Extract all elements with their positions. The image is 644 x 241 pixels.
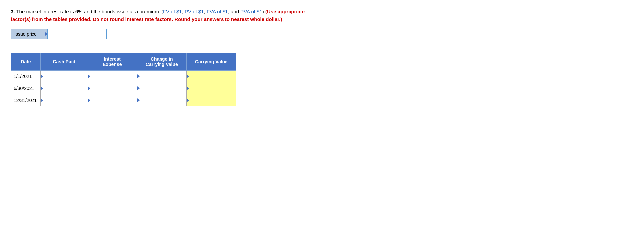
change-carrying-input-3[interactable] [137,94,186,106]
carrying-value-cell-1 [186,71,236,82]
change-carrying-input-2[interactable] [137,82,186,94]
col-change-carrying-value: Change inCarrying Value [137,53,186,71]
carrying-value-input-3[interactable] [187,94,236,106]
interest-expense-cell-2 [88,82,137,94]
col-date: Date [11,53,41,71]
table-row: 1/1/2021 [11,71,236,82]
question-number: 3. [11,9,15,14]
issue-price-label: Issue price [11,29,47,39]
amortization-table: Date Cash Paid InterestExpense Change in… [11,53,236,106]
pv-link[interactable]: PV of $1 [185,9,204,14]
col-carrying-value: Carrying Value [186,53,236,71]
interest-expense-cell-3 [88,94,137,106]
carrying-value-input-1[interactable] [187,71,236,82]
date-cell: 6/30/2021 [11,82,41,94]
change-carrying-input-1[interactable] [137,71,186,82]
interest-expense-cell-1 [88,71,137,82]
cash-paid-input-1[interactable] [41,71,88,82]
cash-paid-cell-1 [41,71,88,82]
col-interest-expense: InterestExpense [88,53,137,71]
cash-paid-cell-3 [41,94,88,106]
interest-expense-input-3[interactable] [88,94,137,106]
issue-price-row: Issue price [11,29,633,39]
intro-text: 3. The market interest rate is 6% and th… [11,8,309,23]
cash-paid-cell-2 [41,82,88,94]
table-row: 6/30/2021 [11,82,236,94]
cash-paid-input-3[interactable] [41,94,88,106]
issue-price-input[interactable] [47,29,107,39]
carrying-value-cell-2 [186,82,236,94]
carrying-value-cell-3 [186,94,236,106]
carrying-value-input-2[interactable] [187,82,236,94]
pva-link[interactable]: PVA of $1 [240,9,262,14]
change-carrying-cell-1 [137,71,186,82]
date-cell: 12/31/2021 [11,94,41,106]
change-carrying-cell-3 [137,94,186,106]
table-header: Date Cash Paid InterestExpense Change in… [11,53,236,71]
date-cell: 1/1/2021 [11,71,41,82]
table-row: 12/31/2021 [11,94,236,106]
interest-expense-input-1[interactable] [88,71,137,82]
table-body: 1/1/2021 6/30/2021 [11,71,236,106]
interest-expense-input-2[interactable] [88,82,137,94]
fv-link[interactable]: FV of $1 [163,9,182,14]
cash-paid-input-2[interactable] [41,82,88,94]
fva-link[interactable]: FVA of $1 [207,9,228,14]
issue-price-label-wrapper: Issue price [11,29,47,39]
col-cash-paid: Cash Paid [41,53,88,71]
change-carrying-cell-2 [137,82,186,94]
